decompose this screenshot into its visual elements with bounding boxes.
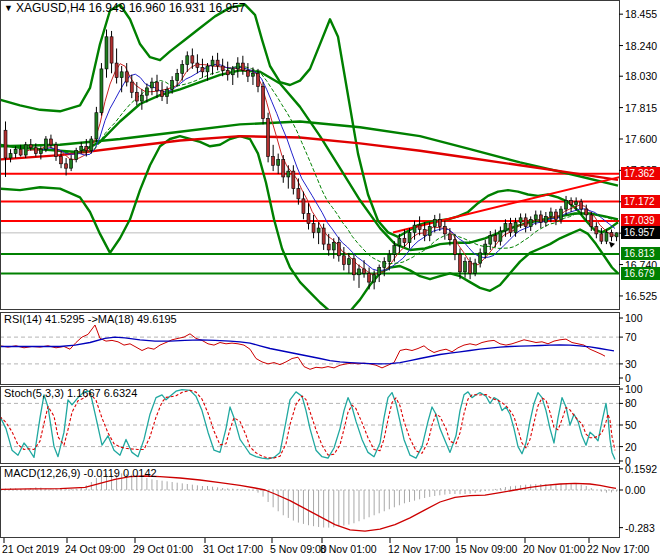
time-axis-label: 8 Nov 01:00 bbox=[320, 543, 377, 555]
symbol-dropdown-icon[interactable]: ▼ bbox=[4, 2, 13, 15]
macd-axis-label: 0.1592 bbox=[625, 463, 657, 475]
macd-panel bbox=[0, 473, 619, 531]
price-axis-label: 18.030 bbox=[625, 70, 657, 82]
macd-axis-label: 0.00 bbox=[625, 484, 645, 496]
rsi-axis-label: 70 bbox=[625, 331, 637, 343]
stochastic-axis-label: 80 bbox=[625, 397, 637, 409]
symbol-title: ▼XAGUSD,H4 16.949 16.960 16.931 16.957 bbox=[4, 2, 245, 16]
price-badge-17.362: 17.362 bbox=[621, 167, 660, 180]
main-price-panel bbox=[0, 5, 620, 315]
price-badge-16.679: 16.679 bbox=[621, 267, 660, 280]
price-badge-16.813: 16.813 bbox=[621, 247, 660, 260]
rsi-axis-label: 100 bbox=[625, 312, 643, 324]
time-axis-label: 24 Oct 09:00 bbox=[65, 543, 125, 555]
stochastic-axis-label: 20 bbox=[625, 441, 637, 453]
price-axis-label: 16.525 bbox=[625, 290, 657, 302]
time-axis-label: 20 Nov 01:00 bbox=[523, 543, 585, 555]
stochastic-panel bbox=[0, 390, 619, 460]
price-badge-16.957: 16.957 bbox=[621, 226, 660, 239]
macd-axis-label: -0.283 bbox=[625, 522, 655, 534]
stochastic-indicator-label: Stoch(5,3,3) 1.1667 6.6324 bbox=[4, 387, 137, 400]
price-axis-label: 18.455 bbox=[625, 8, 657, 20]
macd-indicator-label: MACD(12,26,9) -0.0119 0.0142 bbox=[4, 467, 157, 480]
price-axis-label: 18.240 bbox=[625, 40, 657, 52]
price-axis-label: 17.600 bbox=[625, 133, 657, 145]
time-axis-label: 21 Oct 2019 bbox=[2, 543, 59, 555]
stochastic-axis-label: 100 bbox=[625, 383, 643, 395]
stochastic-axis-label: 50 bbox=[625, 419, 637, 431]
rsi-axis-label: 30 bbox=[625, 358, 637, 370]
rsi-panel bbox=[0, 325, 619, 369]
price-axis-label: 17.815 bbox=[625, 102, 657, 114]
chart-window: ▼XAGUSD,H4 16.949 16.960 16.931 16.957 R… bbox=[0, 0, 660, 560]
time-axis-label: 31 Oct 17:00 bbox=[203, 543, 263, 555]
symbol-ohlc-text: XAGUSD,H4 16.949 16.960 16.931 16.957 bbox=[16, 1, 246, 15]
time-axis-label: 12 Nov 17:00 bbox=[388, 543, 450, 555]
time-axis-label: 22 Nov 17:00 bbox=[587, 543, 649, 555]
time-axis-label: 15 Nov 09:00 bbox=[455, 543, 517, 555]
time-axis-label: 29 Oct 01:00 bbox=[133, 543, 193, 555]
price-badge-17.172: 17.172 bbox=[621, 195, 660, 208]
time-axis-label: 5 Nov 09:00 bbox=[270, 543, 327, 555]
rsi-indicator-label: RSI(14) 41.5295 ->MA(18) 49.6195 bbox=[4, 313, 177, 326]
